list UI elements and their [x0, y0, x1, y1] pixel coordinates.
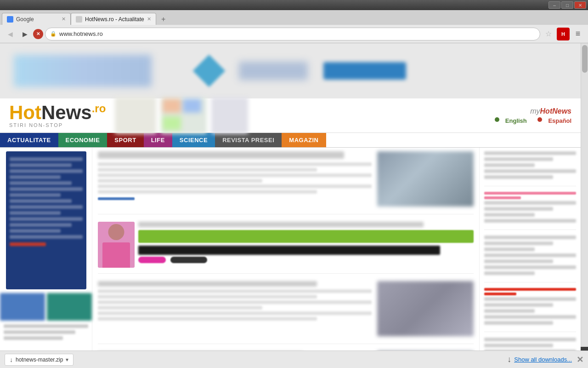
event-card: [98, 222, 474, 274]
r20: [484, 315, 576, 319]
article-title-1: [98, 151, 344, 159]
scroll-thumb[interactable]: [582, 45, 588, 73]
rp2: [484, 196, 521, 199]
menu-button[interactable]: ≡: [571, 28, 584, 40]
read-more-1[interactable]: [98, 197, 135, 200]
nav-revista[interactable]: REVISTA PRESEI: [215, 133, 282, 147]
r19: [484, 309, 535, 313]
left-thumb-2: [47, 293, 92, 321]
header-ad-1: [115, 97, 156, 134]
r9: [484, 219, 576, 223]
nav-life[interactable]: LIFE: [144, 133, 172, 147]
person-head: [108, 224, 124, 240]
article-body-1e: [98, 184, 372, 188]
center-column: [92, 148, 480, 368]
event-dark-pill: [170, 257, 207, 263]
article-body-2f: [98, 317, 317, 321]
site-header: HotNews.ro STIRI NON-STOP myHotNews: [0, 98, 581, 133]
tab-google[interactable]: Google ✕: [2, 13, 71, 25]
banner-cta-button[interactable]: [323, 62, 406, 80]
nav-actualitate[interactable]: ACTUALITATE: [0, 133, 58, 147]
show-downloads-link[interactable]: Show all downloads...: [514, 356, 572, 363]
logo-hot: Hot: [9, 102, 41, 123]
r6: [484, 201, 576, 205]
brand-button[interactable]: H: [557, 28, 570, 40]
left-line-2: [10, 163, 72, 167]
article-title-2: [98, 281, 317, 287]
article-body-1b: [98, 168, 317, 172]
event-pink-pill: [138, 257, 166, 263]
r11: [484, 242, 553, 245]
address-bar[interactable]: 🔒 www.hotnews.ro: [45, 28, 540, 40]
left-line-8: [10, 199, 72, 203]
left-bottom-1: [4, 324, 88, 328]
left-bottom-content: [0, 324, 92, 340]
left-line-12: [10, 223, 72, 227]
download-file-item[interactable]: ↓ hotnews-master.zip ▾: [5, 354, 74, 366]
bookmark-button[interactable]: ☆: [542, 28, 555, 40]
r3: [484, 163, 535, 167]
left-line-3: [10, 169, 83, 173]
nav-economie[interactable]: ECONOMIE: [58, 133, 107, 147]
site-content: HotNews.ro STIRI NON-STOP myHotNews: [0, 98, 581, 368]
r1: [484, 151, 576, 155]
r21: [484, 321, 553, 325]
download-bar-close[interactable]: ✕: [577, 355, 583, 365]
maximize-button[interactable]: □: [561, 1, 573, 9]
nav-sport[interactable]: SPORT: [107, 133, 143, 147]
article-body-1c: [98, 173, 372, 177]
language-links: English Español: [495, 117, 571, 124]
header-ads-middle: [115, 103, 485, 128]
logo-tagline: STIRI NON-STOP: [9, 122, 106, 128]
my-hotnews-label[interactable]: myHotNews: [530, 107, 571, 115]
left-bottom-2: [4, 330, 75, 334]
forward-button[interactable]: ▶: [18, 28, 31, 40]
right-sidebar: [480, 148, 581, 368]
header-right: myHotNews English Español: [495, 107, 571, 124]
new-tab-button[interactable]: +: [158, 15, 169, 24]
left-line-1: [10, 157, 83, 161]
article-body-2c: [98, 300, 372, 304]
nav-magazin[interactable]: MAGAZIN: [282, 133, 326, 147]
download-chevron-icon[interactable]: ▾: [66, 356, 68, 363]
download-bar: ↓ hotnews-master.zip ▾ ↓ Show all downlo…: [0, 351, 588, 368]
left-bottom-3: [4, 336, 63, 340]
left-line-4: [10, 175, 61, 179]
article-body-2a: [98, 289, 372, 293]
tab-label-google: Google: [16, 16, 34, 23]
article-body-1d: [98, 179, 262, 183]
article-image-1: [377, 151, 474, 207]
r13: [484, 253, 576, 257]
r12: [484, 247, 535, 251]
left-line-10: [10, 211, 61, 215]
nav-science[interactable]: SCIENCE: [172, 133, 215, 147]
back-button[interactable]: ◀: [4, 28, 17, 40]
left-line-9: [10, 205, 83, 209]
article-text-2: [98, 281, 372, 336]
article-body-2d: [98, 306, 262, 310]
r17: [484, 297, 576, 301]
my-hotnews-area: myHotNews: [530, 107, 571, 115]
tab-favicon-hotnews: [76, 16, 82, 23]
left-line-14: [10, 235, 83, 239]
tab-close-google[interactable]: ✕: [59, 16, 66, 22]
banner-blur-mid: [239, 62, 308, 80]
right-section-4: [484, 288, 576, 332]
espanol-link[interactable]: Español: [548, 117, 571, 124]
banner-ad-area: [0, 43, 581, 98]
tab-close-hotnews[interactable]: ✕: [144, 16, 151, 22]
left-sidebar: [0, 148, 92, 368]
r5: [484, 175, 553, 179]
tab-hotnews[interactable]: HotNews.ro - Actualitate ✕: [71, 13, 156, 25]
event-person-image: [98, 222, 135, 268]
scrollbar[interactable]: [581, 43, 588, 347]
english-link[interactable]: English: [505, 117, 527, 124]
left-thumbnails: [0, 293, 92, 321]
nav-spacer: [326, 133, 581, 147]
stop-button[interactable]: ✕: [33, 29, 43, 39]
minimize-button[interactable]: –: [548, 1, 560, 9]
site-logo[interactable]: HotNews.ro STIRI NON-STOP: [9, 103, 106, 128]
close-button[interactable]: ✕: [574, 1, 586, 9]
person-body: [102, 242, 130, 268]
logo-ro: .ro: [92, 102, 106, 115]
